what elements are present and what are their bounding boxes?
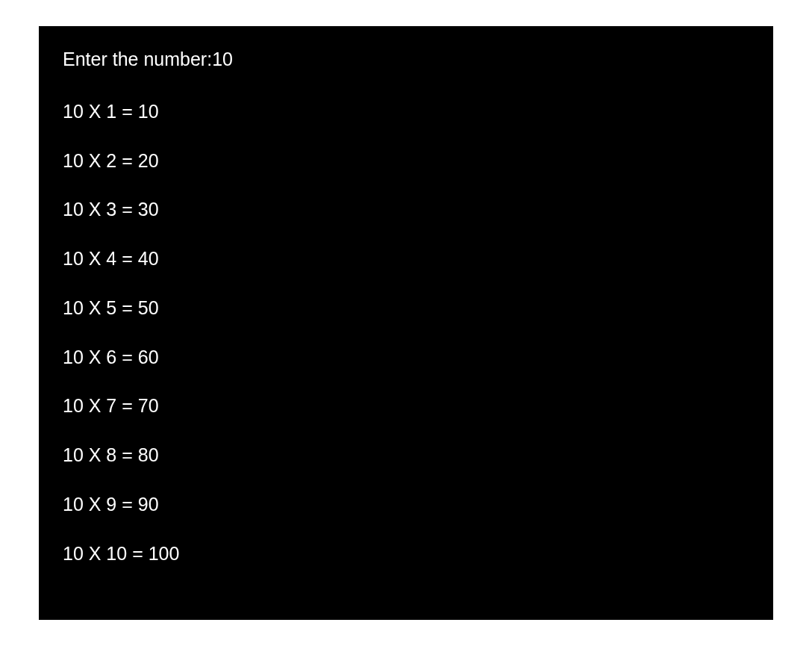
user-input: 10 — [212, 49, 233, 69]
output-line: 10 X 4 = 40 — [63, 246, 749, 272]
output-line: 10 X 9 = 90 — [63, 492, 749, 518]
output-line: 10 X 3 = 30 — [63, 197, 749, 223]
terminal-output[interactable]: Enter the number:10 10 X 1 = 10 10 X 2 =… — [39, 26, 773, 620]
output-line: 10 X 10 = 100 — [63, 541, 749, 567]
output-line: 10 X 7 = 70 — [63, 394, 749, 419]
output-line: 10 X 8 = 80 — [63, 443, 749, 468]
output-line: 10 X 6 = 60 — [63, 345, 749, 370]
prompt-line: Enter the number:10 — [63, 47, 749, 72]
prompt-text: Enter the number: — [63, 49, 212, 69]
output-line: 10 X 1 = 10 — [63, 99, 749, 125]
output-line: 10 X 5 = 50 — [63, 296, 749, 321]
output-line: 10 X 2 = 20 — [63, 149, 749, 174]
